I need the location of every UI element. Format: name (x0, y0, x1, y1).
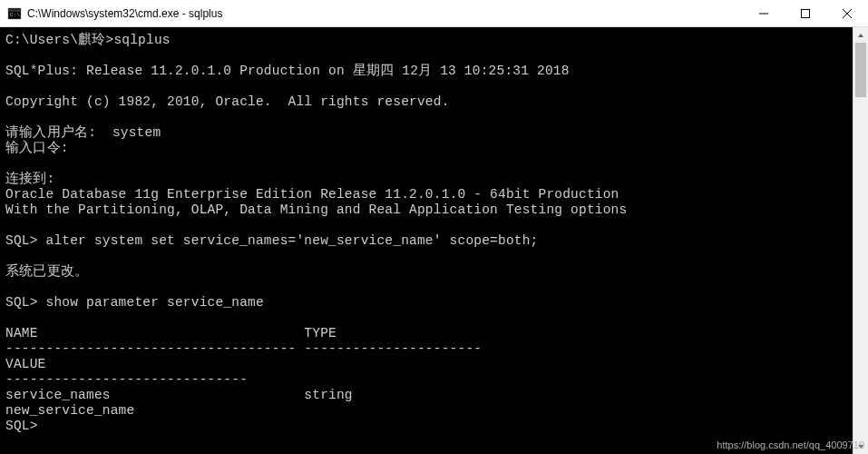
maximize-button[interactable] (785, 0, 826, 27)
svg-text:C:\: C:\ (10, 12, 20, 18)
terminal-area: C:\Users\麒玲>sqlplus SQL*Plus: Release 11… (0, 27, 868, 454)
minimize-button[interactable] (743, 0, 785, 27)
vertical-scrollbar[interactable] (853, 27, 868, 454)
svg-rect-4 (802, 10, 810, 18)
svg-marker-7 (858, 34, 863, 37)
window-title: C:\Windows\system32\cmd.exe - sqlplus (27, 7, 743, 20)
terminal-output[interactable]: C:\Users\麒玲>sqlplus SQL*Plus: Release 11… (0, 27, 853, 454)
watermark: https://blog.csdn.net/qq_4009710 (717, 439, 864, 450)
app-icon: C:\ (7, 6, 22, 21)
scroll-up-button[interactable] (853, 27, 868, 43)
window-controls (743, 0, 868, 26)
scrollbar-thumb[interactable] (855, 43, 866, 97)
close-button[interactable] (826, 0, 868, 27)
scrollbar-track[interactable] (853, 43, 868, 439)
titlebar: C:\ C:\Windows\system32\cmd.exe - sqlplu… (0, 0, 868, 27)
